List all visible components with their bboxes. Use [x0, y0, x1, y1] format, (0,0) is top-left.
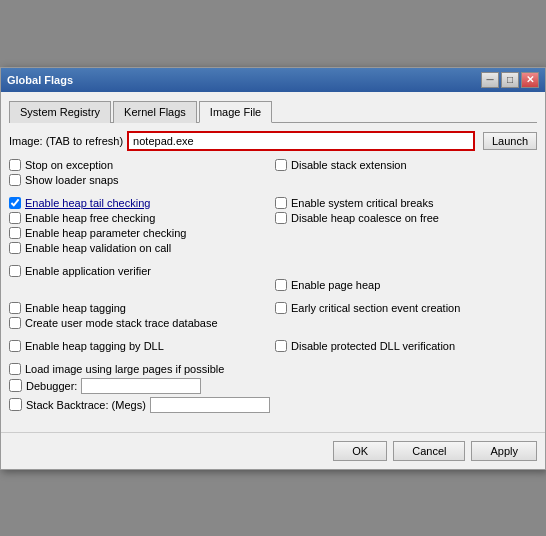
show-loader-snaps-label[interactable]: Show loader snaps: [25, 174, 119, 186]
stop-exception-checkbox[interactable]: [9, 159, 21, 171]
cb-enable-heap-free: Enable heap free checking: [9, 212, 271, 224]
col-left-2: Enable heap tail checking Enable heap fr…: [9, 197, 271, 257]
enable-heap-parameter-checkbox[interactable]: [9, 227, 21, 239]
enable-heap-tail-checkbox[interactable]: [9, 197, 21, 209]
enable-app-verifier-checkbox[interactable]: [9, 265, 21, 277]
tab-bar: System Registry Kernel Flags Image File: [9, 100, 537, 123]
section-3: Enable application verifier Enable page …: [9, 265, 537, 294]
launch-button[interactable]: Launch: [483, 132, 537, 150]
image-row: Image: (TAB to refresh) Launch: [9, 131, 537, 151]
stack-backtrace-input[interactable]: [150, 397, 270, 413]
section-5: Enable heap tagging by DLL Disable prote…: [9, 340, 537, 355]
tab-image-file[interactable]: Image File: [199, 101, 272, 123]
col-left-4: Enable heap tagging Create user mode sta…: [9, 302, 271, 332]
show-loader-snaps-checkbox[interactable]: [9, 174, 21, 186]
bottom-bar: OK Cancel Apply: [1, 432, 545, 469]
image-input-wrap: [127, 131, 475, 151]
enable-heap-free-checkbox[interactable]: [9, 212, 21, 224]
cb-enable-heap-tail: Enable heap tail checking: [9, 197, 271, 209]
cb-disable-heap-coalesce: Disable heap coalesce on free: [275, 212, 537, 224]
image-input[interactable]: [129, 133, 473, 149]
cb-enable-page-heap: Enable page heap: [275, 279, 537, 291]
title-bar-buttons: ─ □ ✕: [481, 72, 539, 88]
cb-enable-heap-validation: Enable heap validation on call: [9, 242, 271, 254]
section-4: Enable heap tagging Create user mode sta…: [9, 302, 537, 332]
debugger-input[interactable]: [81, 378, 201, 394]
image-label: Image: (TAB to refresh): [9, 135, 123, 147]
debugger-row: Debugger:: [9, 378, 537, 394]
cb-stop-exception: Stop on exception: [9, 159, 271, 171]
close-button[interactable]: ✕: [521, 72, 539, 88]
separator-3: [9, 294, 537, 302]
cb-enable-heap-tagging-dll: Enable heap tagging by DLL: [9, 340, 271, 352]
enable-system-critical-label[interactable]: Enable system critical breaks: [291, 197, 433, 209]
enable-page-heap-label[interactable]: Enable page heap: [291, 279, 380, 291]
disable-protected-dll-checkbox[interactable]: [275, 340, 287, 352]
title-bar: Global Flags ─ □ ✕: [1, 68, 545, 92]
col-right-2: Enable system critical breaks Disable he…: [275, 197, 537, 257]
window-title: Global Flags: [7, 74, 73, 86]
cb-enable-heap-parameter: Enable heap parameter checking: [9, 227, 271, 239]
cb-enable-system-critical: Enable system critical breaks: [275, 197, 537, 209]
tab-system-registry[interactable]: System Registry: [9, 101, 111, 123]
apply-button[interactable]: Apply: [471, 441, 537, 461]
enable-heap-validation-checkbox[interactable]: [9, 242, 21, 254]
separator-4: [9, 332, 537, 340]
disable-heap-coalesce-checkbox[interactable]: [275, 212, 287, 224]
stop-exception-label[interactable]: Stop on exception: [25, 159, 113, 171]
col-right-3: Enable page heap: [275, 265, 537, 294]
col-right-5: Disable protected DLL verification: [275, 340, 537, 355]
early-critical-section-label[interactable]: Early critical section event creation: [291, 302, 460, 314]
cb-create-user-mode-stack-trace: Create user mode stack trace database: [9, 317, 271, 329]
disable-stack-extension-label[interactable]: Disable stack extension: [291, 159, 407, 171]
debugger-label[interactable]: Debugger:: [26, 380, 77, 392]
col-right-1: Disable stack extension: [275, 159, 537, 189]
cb-enable-app-verifier: Enable application verifier: [9, 265, 271, 277]
tab-kernel-flags[interactable]: Kernel Flags: [113, 101, 197, 123]
enable-heap-tagging-dll-checkbox[interactable]: [9, 340, 21, 352]
cancel-button[interactable]: Cancel: [393, 441, 465, 461]
enable-heap-tagging-checkbox[interactable]: [9, 302, 21, 314]
disable-stack-extension-checkbox[interactable]: [275, 159, 287, 171]
minimize-button[interactable]: ─: [481, 72, 499, 88]
stack-backtrace-checkbox[interactable]: [9, 398, 22, 411]
global-flags-window: Global Flags ─ □ ✕ System Registry Kerne…: [0, 67, 546, 470]
separator-5: [9, 355, 537, 363]
load-image-large-pages-label[interactable]: Load image using large pages if possible: [25, 363, 224, 375]
enable-heap-free-label[interactable]: Enable heap free checking: [25, 212, 155, 224]
cb-disable-protected-dll: Disable protected DLL verification: [275, 340, 537, 352]
enable-app-verifier-label[interactable]: Enable application verifier: [25, 265, 151, 277]
col-left-1: Stop on exception Show loader snaps: [9, 159, 271, 189]
load-image-large-pages-checkbox[interactable]: [9, 363, 21, 375]
early-critical-section-checkbox[interactable]: [275, 302, 287, 314]
stack-backtrace-row: Stack Backtrace: (Megs): [9, 397, 537, 413]
cb-disable-stack-extension: Disable stack extension: [275, 159, 537, 171]
cb-early-critical-section: Early critical section event creation: [275, 302, 537, 314]
ok-button[interactable]: OK: [333, 441, 387, 461]
enable-heap-parameter-label[interactable]: Enable heap parameter checking: [25, 227, 186, 239]
section-1: Stop on exception Show loader snaps Disa…: [9, 159, 537, 189]
separator-1: [9, 189, 537, 197]
maximize-button[interactable]: □: [501, 72, 519, 88]
enable-heap-tagging-dll-label[interactable]: Enable heap tagging by DLL: [25, 340, 164, 352]
stack-backtrace-label[interactable]: Stack Backtrace: (Megs): [26, 399, 146, 411]
debugger-checkbox[interactable]: [9, 379, 22, 392]
col-left-3: Enable application verifier: [9, 265, 271, 294]
main-content: System Registry Kernel Flags Image File …: [1, 92, 545, 424]
enable-heap-tagging-label[interactable]: Enable heap tagging: [25, 302, 126, 314]
enable-heap-tail-label[interactable]: Enable heap tail checking: [25, 197, 150, 209]
cb-load-image-large-pages: Load image using large pages if possible: [9, 363, 537, 375]
enable-heap-validation-label[interactable]: Enable heap validation on call: [25, 242, 171, 254]
cb-enable-heap-tagging: Enable heap tagging: [9, 302, 271, 314]
create-user-mode-stack-trace-checkbox[interactable]: [9, 317, 21, 329]
cb-show-loader-snaps: Show loader snaps: [9, 174, 271, 186]
disable-protected-dll-label[interactable]: Disable protected DLL verification: [291, 340, 455, 352]
disable-heap-coalesce-label[interactable]: Disable heap coalesce on free: [291, 212, 439, 224]
separator-2: [9, 257, 537, 265]
enable-page-heap-checkbox[interactable]: [275, 279, 287, 291]
enable-system-critical-checkbox[interactable]: [275, 197, 287, 209]
col-left-5: Enable heap tagging by DLL: [9, 340, 271, 355]
col-right-4: Early critical section event creation: [275, 302, 537, 332]
create-user-mode-stack-trace-label[interactable]: Create user mode stack trace database: [25, 317, 218, 329]
section-2: Enable heap tail checking Enable heap fr…: [9, 197, 537, 257]
